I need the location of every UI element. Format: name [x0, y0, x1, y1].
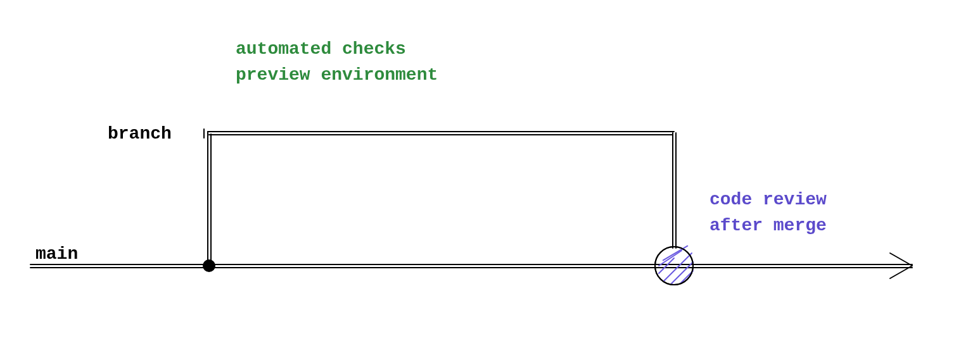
label-main: main: [35, 242, 78, 268]
sketch-svg: [0, 0, 980, 348]
branch-point-dot: [203, 259, 215, 272]
merge-node: [655, 246, 693, 285]
label-branch: branch: [108, 121, 172, 147]
svg-point-7: [655, 247, 693, 285]
label-code-review: code review after merge: [710, 187, 827, 239]
label-automated-checks: automated checks preview environment: [236, 37, 438, 88]
arrowhead: [890, 253, 912, 278]
svg-line-2: [659, 251, 682, 266]
svg-line-5: [671, 262, 693, 283]
diagram: main branch automated checks preview env…: [0, 0, 980, 348]
